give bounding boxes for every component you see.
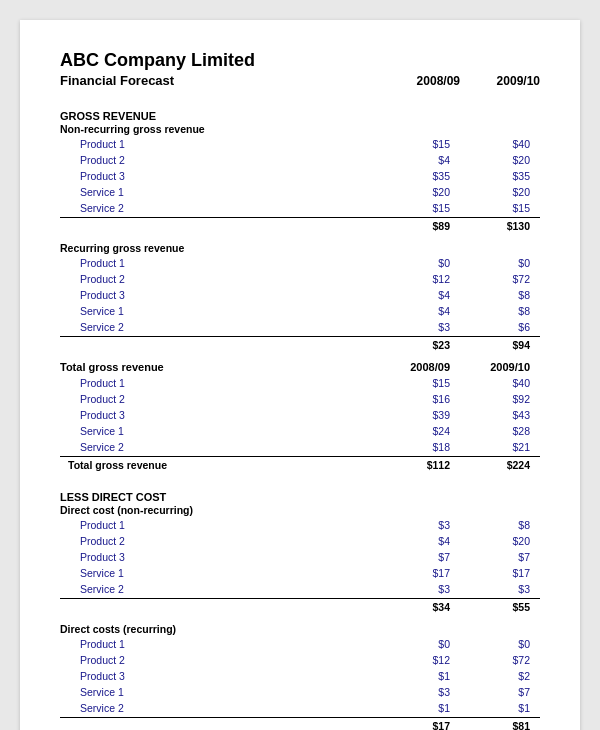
- dnr-row-3: Service 1 $17 $17: [60, 565, 540, 581]
- total-gross-col-y2: 2009/10: [460, 361, 540, 373]
- row-y1: $0: [380, 638, 460, 650]
- row-y2: $20: [460, 154, 540, 166]
- direct-recurring-header: Direct costs (recurring): [60, 623, 540, 635]
- row-y1: $20: [380, 186, 460, 198]
- tg-total-row: Total gross revenue $112 $224: [60, 456, 540, 473]
- non-rec-row-3: Service 1 $20 $20: [60, 184, 540, 200]
- row-label: Product 2: [60, 654, 380, 666]
- row-y2: $8: [460, 305, 540, 317]
- rec-row-2: Product 3 $4 $8: [60, 287, 540, 303]
- row-y1: $15: [380, 377, 460, 389]
- row-y1: $4: [380, 535, 460, 547]
- tg-row-0: Product 1 $15 $40: [60, 375, 540, 391]
- row-y1: $12: [380, 273, 460, 285]
- row-y1: $12: [380, 654, 460, 666]
- non-rec-row-1: Product 2 $4 $20: [60, 152, 540, 168]
- row-y1: $39: [380, 409, 460, 421]
- dr-row-0: Product 1 $0 $0: [60, 636, 540, 652]
- row-y1: $15: [380, 202, 460, 214]
- row-label: Product 2: [60, 273, 380, 285]
- row-label: Product 2: [60, 154, 380, 166]
- row-y2: $43: [460, 409, 540, 421]
- row-y1: $0: [380, 257, 460, 269]
- dnr-total-row: $34 $55: [60, 598, 540, 615]
- dnr-row-2: Product 3 $7 $7: [60, 549, 540, 565]
- total-label: Total gross revenue: [60, 459, 380, 471]
- row-label: Product 1: [60, 377, 380, 389]
- row-label: Service 1: [60, 305, 380, 317]
- dr-total-row: $17 $81: [60, 717, 540, 730]
- row-y2: $17: [460, 567, 540, 579]
- non-rec-total-row: $89 $130: [60, 217, 540, 234]
- total-y2: $224: [460, 459, 540, 471]
- rec-total-row: $23 $94: [60, 336, 540, 353]
- row-label: Product 3: [60, 409, 380, 421]
- total-gross-header-row: Total gross revenue 2008/09 2009/10: [60, 361, 540, 373]
- non-rec-row-0: Product 1 $15 $40: [60, 136, 540, 152]
- row-y1: $4: [380, 305, 460, 317]
- row-y2: $7: [460, 686, 540, 698]
- row-label: Product 3: [60, 551, 380, 563]
- total-y2: $55: [460, 601, 540, 613]
- row-label: Service 1: [60, 186, 380, 198]
- total-y1: $112: [380, 459, 460, 471]
- row-y1: $15: [380, 138, 460, 150]
- row-y1: $1: [380, 670, 460, 682]
- row-y2: $2: [460, 670, 540, 682]
- row-y2: $6: [460, 321, 540, 333]
- row-label: Service 1: [60, 567, 380, 579]
- tg-row-1: Product 2 $16 $92: [60, 391, 540, 407]
- total-gross-section-label: Total gross revenue: [60, 361, 380, 373]
- row-y2: $72: [460, 273, 540, 285]
- company-name: ABC Company Limited: [60, 50, 540, 71]
- recurring-header: Recurring gross revenue: [60, 242, 540, 254]
- row-label: Service 2: [60, 702, 380, 714]
- row-y1: $24: [380, 425, 460, 437]
- row-y2: $20: [460, 186, 540, 198]
- rec-row-0: Product 1 $0 $0: [60, 255, 540, 271]
- dnr-row-1: Product 2 $4 $20: [60, 533, 540, 549]
- non-recurring-header: Non-recurring gross revenue: [60, 123, 540, 135]
- row-y2: $1: [460, 702, 540, 714]
- row-label: Service 2: [60, 321, 380, 333]
- non-rec-row-4: Service 2 $15 $15: [60, 200, 540, 216]
- row-label: Service 2: [60, 202, 380, 214]
- row-label: Service 1: [60, 686, 380, 698]
- total-gross-col-y1: 2008/09: [380, 361, 460, 373]
- row-label: Product 3: [60, 170, 380, 182]
- row-y2: $28: [460, 425, 540, 437]
- row-label: Product 1: [60, 138, 380, 150]
- row-y1: $16: [380, 393, 460, 405]
- row-y2: $8: [460, 519, 540, 531]
- row-label: Product 3: [60, 670, 380, 682]
- total-y1: $17: [380, 720, 460, 730]
- direct-non-recurring-header: Direct cost (non-recurring): [60, 504, 540, 516]
- row-label: Service 2: [60, 583, 380, 595]
- tg-row-4: Service 2 $18 $21: [60, 439, 540, 455]
- row-y1: $3: [380, 519, 460, 531]
- row-label: Product 2: [60, 535, 380, 547]
- total-y2: $130: [460, 220, 540, 232]
- year-header-1: 2008/09: [380, 74, 460, 88]
- row-y1: $17: [380, 567, 460, 579]
- row-y1: $4: [380, 289, 460, 301]
- row-y1: $3: [380, 686, 460, 698]
- dr-row-4: Service 2 $1 $1: [60, 700, 540, 716]
- total-y1: $89: [380, 220, 460, 232]
- dr-row-1: Product 2 $12 $72: [60, 652, 540, 668]
- row-label: Service 1: [60, 425, 380, 437]
- rec-row-1: Product 2 $12 $72: [60, 271, 540, 287]
- row-y2: $92: [460, 393, 540, 405]
- financial-forecast-page: ABC Company Limited Financial Forecast 2…: [20, 20, 580, 730]
- total-y1: $23: [380, 339, 460, 351]
- row-y1: $18: [380, 441, 460, 453]
- row-y2: $40: [460, 377, 540, 389]
- row-y2: $35: [460, 170, 540, 182]
- year-header-2: 2009/10: [460, 74, 540, 88]
- tg-row-3: Service 1 $24 $28: [60, 423, 540, 439]
- report-title: Financial Forecast: [60, 73, 174, 88]
- row-y2: $7: [460, 551, 540, 563]
- total-y2: $94: [460, 339, 540, 351]
- row-label: Product 1: [60, 519, 380, 531]
- row-label: Product 3: [60, 289, 380, 301]
